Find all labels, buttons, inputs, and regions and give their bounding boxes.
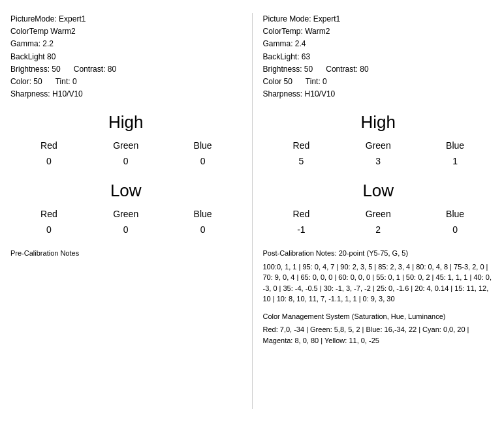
right-high-red-label: Red	[281, 138, 321, 153]
right-high-red-value: 5	[281, 153, 321, 169]
right-meta-line6a: Color 50	[263, 76, 292, 88]
right-meta: Picture Mode: Expert1 ColorTemp: Warm2 G…	[263, 13, 494, 100]
left-low-red-label: Red	[29, 206, 69, 222]
left-high-red-label: Red	[29, 138, 69, 153]
right-high-green-label: Green	[358, 138, 398, 153]
right-high-green-value: 3	[358, 153, 398, 169]
left-meta-line6b: Tint: 0	[55, 76, 77, 88]
right-notes-label: Post-Calibration Notes: 20-point (Y5-75,…	[263, 248, 494, 259]
left-meta: PictureMode: Expert1 ColorTemp Warm2 Gam…	[10, 13, 242, 100]
right-meta-line5b: Contrast: 80	[326, 63, 368, 76]
right-low-table: Red Green Blue -1 2 0	[263, 206, 494, 237]
right-meta-line4: BackLight: 63	[263, 51, 494, 63]
right-meta-line7: Sharpness: H10/V10	[263, 88, 494, 100]
left-meta-line3: Gamma: 2.2	[10, 38, 242, 50]
left-notes-label: Pre-Calibration Notes	[10, 248, 242, 259]
right-meta-line3: Gamma: 2.4	[263, 38, 494, 50]
left-low-green-label: Green	[106, 206, 146, 222]
right-low-title: Low	[263, 181, 494, 201]
left-low-table: Red Green Blue 0 0 0	[10, 206, 242, 237]
left-meta-line7: Sharpness: H10/V10	[10, 88, 242, 100]
left-high-table: Red Green Blue 0 0 0	[10, 138, 242, 169]
left-high-title: High	[10, 112, 242, 132]
right-high-blue-label: Blue	[435, 138, 475, 153]
left-meta-line4: BackLight 80	[10, 51, 242, 63]
right-meta-line2: ColorTemp: Warm2	[263, 25, 494, 38]
right-high-table: Red Green Blue 5 3 1	[263, 138, 494, 169]
left-meta-line5b: Contrast: 80	[74, 63, 116, 76]
right-low-green-value: 2	[358, 222, 398, 237]
right-low-green-label: Green	[358, 206, 398, 222]
left-low-green-value: 0	[106, 222, 146, 237]
left-panel: PictureMode: Expert1 ColorTemp Warm2 Gam…	[0, 7, 252, 415]
left-high-green-label: Green	[106, 138, 146, 153]
left-low-title: Low	[10, 181, 242, 201]
left-meta-line5a: Brightness: 50	[10, 63, 61, 76]
left-high-blue-value: 0	[183, 153, 223, 169]
right-panel: Picture Mode: Expert1 ColorTemp: Warm2 G…	[253, 7, 505, 415]
left-notes: Pre-Calibration Notes	[10, 248, 242, 259]
right-low-red-value: -1	[281, 222, 321, 237]
right-low-red-label: Red	[281, 206, 321, 222]
right-meta-line1: Picture Mode: Expert1	[263, 13, 494, 25]
right-low-blue-label: Blue	[435, 206, 475, 222]
left-meta-line2: ColorTemp Warm2	[10, 25, 242, 38]
right-meta-line5a: Brightness: 50	[263, 63, 313, 76]
left-high-blue-label: Blue	[183, 138, 223, 153]
right-high-title: High	[263, 112, 494, 132]
right-notes: Post-Calibration Notes: 20-point (Y5-75,…	[263, 248, 494, 346]
left-high-green-value: 0	[106, 153, 146, 169]
right-notes-body: 100:0, 1, 1 | 95: 0, 4, 7 | 90: 2, 3, 5 …	[263, 262, 494, 305]
left-low-blue-label: Blue	[183, 206, 223, 222]
left-high-red-value: 0	[29, 153, 69, 169]
left-low-red-value: 0	[29, 222, 69, 237]
left-meta-line1: PictureMode: Expert1	[10, 13, 242, 25]
right-low-blue-value: 0	[435, 222, 475, 237]
right-high-blue-value: 1	[435, 153, 475, 169]
left-low-blue-value: 0	[183, 222, 223, 237]
left-meta-line6a: Color: 50	[10, 76, 42, 88]
right-meta-line6b: Tint: 0	[306, 76, 327, 88]
right-cms-body: Red: 7,0, -34 | Green: 5,8, 5, 2 | Blue:…	[263, 324, 494, 346]
right-cms-label: Color Management System (Saturation, Hue…	[263, 311, 494, 322]
